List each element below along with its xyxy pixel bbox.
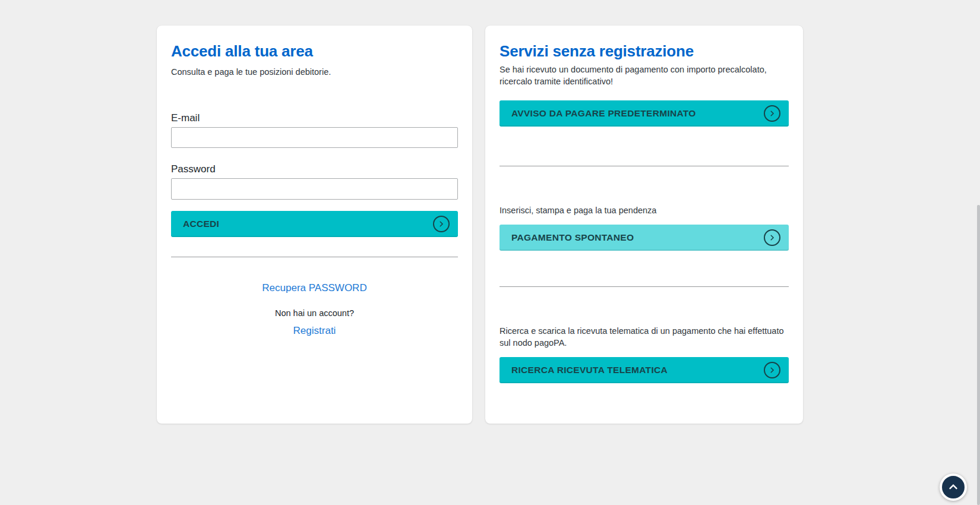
accedi-button[interactable]: ACCEDI xyxy=(171,211,458,237)
avviso-button-label: AVVISO DA PAGARE PREDETERMINATO xyxy=(511,108,696,119)
avviso-predeterminato-button[interactable]: AVVISO DA PAGARE PREDETERMINATO xyxy=(500,100,789,127)
services-title: Servizi senza registrazione xyxy=(500,42,789,60)
login-title: Accedi alla tua area xyxy=(171,42,458,60)
ricerca-ricevuta-button[interactable]: RICERCA RICEVUTA TELEMATICA xyxy=(500,357,789,383)
recover-password-link[interactable]: Recupera PASSWORD xyxy=(262,281,366,295)
spontaneo-button-label: PAGAMENTO SPONTANEO xyxy=(511,232,634,243)
scroll-to-top-button[interactable] xyxy=(940,474,967,501)
scrollbar[interactable] xyxy=(977,205,980,505)
chevron-up-icon xyxy=(947,481,959,493)
chevron-right-icon xyxy=(764,105,780,122)
service-description-spontaneo: Inserisci, stampa e paga la tua pendenza xyxy=(500,204,789,216)
register-link[interactable]: Registrati xyxy=(293,324,336,338)
login-subtitle: Consulta e paga le tue posizioni debitor… xyxy=(171,66,458,78)
chevron-right-icon xyxy=(433,216,450,232)
accedi-button-label: ACCEDI xyxy=(183,219,219,229)
services-divider xyxy=(500,286,789,287)
login-links: Recupera PASSWORD Non hai un account? Re… xyxy=(171,257,458,338)
email-label: E-mail xyxy=(171,111,458,125)
service-description-avviso: Se hai ricevuto un documento di pagament… xyxy=(500,64,789,87)
login-card: Accedi alla tua area Consulta e paga le … xyxy=(157,26,472,424)
email-input[interactable] xyxy=(171,127,458,148)
chevron-right-icon xyxy=(764,362,780,378)
no-account-text: Non hai un account? xyxy=(171,307,458,319)
password-label: Password xyxy=(171,162,458,176)
cards-container: Accedi alla tua area Consulta e paga le … xyxy=(157,26,803,424)
pagamento-spontaneo-button[interactable]: PAGAMENTO SPONTANEO xyxy=(500,225,789,251)
password-input[interactable] xyxy=(171,178,458,200)
services-card: Servizi senza registrazione Se hai ricev… xyxy=(485,26,803,424)
services-divider xyxy=(500,166,789,166)
ricevuta-button-label: RICERCA RICEVUTA TELEMATICA xyxy=(511,365,668,375)
chevron-right-icon xyxy=(764,229,780,246)
service-description-ricevuta: Ricerca e scarica la ricevuta telematica… xyxy=(500,325,789,349)
